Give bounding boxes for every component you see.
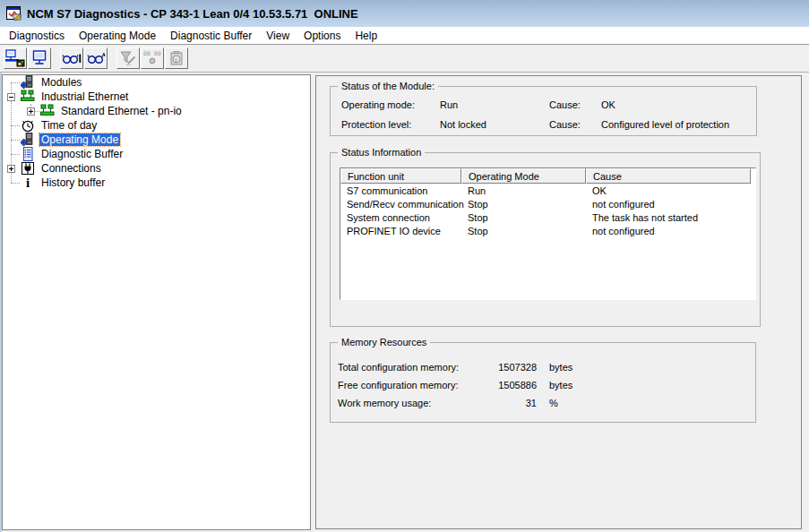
tree-item-time-of-day[interactable]: Time of day: [21, 118, 99, 133]
memory-resources-group: Memory Resources Total configuration mem…: [330, 342, 756, 423]
expand-icon[interactable]: [7, 165, 15, 173]
cell-operating-mode: Stop: [461, 212, 586, 223]
toolbar: 00 00 i: [0, 44, 809, 73]
cause-value: Configured level of protection: [601, 119, 756, 130]
menu-bar: Diagnostics Operating Mode Diagnostic Bu…: [0, 27, 809, 44]
column-header-function-unit[interactable]: Function unit: [340, 168, 461, 184]
column-header-operating-mode[interactable]: Operating Mode: [461, 168, 586, 184]
info-icon: i: [21, 176, 35, 190]
table-row[interactable]: PROFINET IO device Stop not configured: [340, 224, 755, 237]
work-memory-usage-value: 31: [490, 394, 537, 412]
glasses-update-icon: [86, 49, 106, 67]
pause-view-button[interactable]: [60, 47, 83, 69]
total-config-memory-value: 1507328: [490, 358, 537, 376]
main-area: Modules Industrial Ethernet Standard E: [0, 73, 809, 532]
status-of-module-group: Status of the Module: Operating mode: Ru…: [330, 86, 757, 136]
tree-connector: [11, 125, 20, 126]
status-information-group: Status Information Function unit Operati…: [330, 152, 761, 327]
plug-icon: [21, 161, 35, 176]
tree-item-label[interactable]: Diagnostic Buffer: [39, 148, 125, 160]
collapse-icon[interactable]: [7, 93, 15, 101]
glasses-pause-icon: [62, 49, 82, 67]
diagnostics-tree: Modules Industrial Ethernet Standard E: [2, 74, 311, 530]
cell-cause: The task has not started: [586, 212, 751, 223]
tree-item-label[interactable]: Standard Ethernet - pn-io: [59, 105, 184, 117]
open-station-button[interactable]: [28, 47, 51, 69]
cell-cause: OK: [586, 185, 751, 196]
update-view-button[interactable]: [84, 47, 108, 69]
svg-text:i: i: [176, 56, 177, 63]
app-icon: [6, 6, 22, 21]
tree-item-modules[interactable]: Modules: [21, 75, 83, 90]
module-time-icon: i: [167, 49, 186, 67]
protection-level-label: Protection level:: [341, 119, 440, 130]
menu-view[interactable]: View: [259, 28, 297, 44]
tree-connector: [11, 140, 20, 141]
free-config-memory-value: 1505886: [490, 376, 537, 394]
group-title: Memory Resources: [338, 337, 430, 348]
group-title: Status of the Module:: [338, 81, 438, 91]
table-row[interactable]: S7 communication Run OK: [340, 184, 755, 197]
menu-operating-mode[interactable]: Operating Mode: [72, 28, 163, 44]
operating-mode-label: Operating mode:: [341, 99, 440, 110]
tree-item-label[interactable]: Time of day: [39, 119, 99, 132]
protection-level-value: Not locked: [440, 119, 549, 130]
tree-item-label-selected[interactable]: Operating Mode: [39, 133, 120, 146]
cell-function-unit: System connection: [340, 212, 461, 223]
filter-edit-icon: [118, 49, 138, 67]
cell-operating-mode: Run: [461, 185, 586, 196]
tree-item-connections[interactable]: Connections: [21, 161, 103, 176]
operating-mode-value: Run: [440, 99, 549, 110]
cell-operating-mode: Stop: [461, 226, 586, 236]
column-header-cause[interactable]: Cause: [586, 168, 751, 184]
tree-connector: [11, 183, 20, 184]
tree-item-diagnostic-buffer[interactable]: Diagnostic Buffer: [21, 147, 125, 161]
total-config-memory-unit: bytes: [549, 358, 755, 376]
cell-function-unit: Send/Recv communication: [340, 199, 461, 210]
buffer-list-icon: [21, 147, 35, 161]
clock-icon: [21, 118, 35, 133]
cell-cause: not configured: [586, 226, 751, 236]
group-title: Status Information: [338, 147, 425, 158]
window-title: NCM S7 Diagnostics - CP 343-1 Lean 0/4 1…: [27, 7, 358, 21]
title-bar: NCM S7 Diagnostics - CP 343-1 Lean 0/4 1…: [0, 0, 809, 27]
work-memory-usage-label: Work memory usage:: [338, 394, 490, 412]
cause-value: OK: [601, 99, 756, 110]
table-header: Function unit Operating Mode Cause: [340, 168, 755, 184]
cell-function-unit: PROFINET IO device: [340, 226, 461, 236]
module-icon: [21, 75, 35, 90]
tree-item-label[interactable]: Connections: [39, 162, 103, 175]
tree-connector: [11, 154, 20, 155]
svg-text:00 00: 00 00: [143, 50, 161, 57]
module-status-button[interactable]: 00 00: [141, 47, 164, 69]
filter-button[interactable]: [116, 47, 140, 69]
tree-item-history-buffer[interactable]: i History buffer: [21, 176, 107, 190]
expand-icon[interactable]: [27, 107, 35, 116]
network-station-icon: [5, 49, 25, 67]
tree-item-label[interactable]: Industrial Ethernet: [39, 90, 130, 103]
menu-help[interactable]: Help: [348, 28, 384, 44]
monitor-icon: [30, 49, 49, 67]
ethernet-network-icon: [40, 104, 55, 118]
table-row[interactable]: System connection Stop The task has not …: [340, 210, 755, 224]
module-time-button[interactable]: i: [165, 47, 188, 69]
free-config-memory-label: Free configuration memory:: [338, 376, 490, 394]
menu-options[interactable]: Options: [297, 28, 348, 44]
work-memory-usage-unit: %: [549, 394, 755, 412]
cell-function-unit: S7 communication: [340, 185, 461, 196]
cause-label: Cause:: [549, 119, 601, 130]
status-information-table[interactable]: Function unit Operating Mode Cause S7 co…: [340, 167, 756, 300]
details-panel: Status of the Module: Operating mode: Ru…: [315, 75, 802, 529]
free-config-memory-unit: bytes: [549, 376, 755, 394]
ethernet-network-icon: [21, 90, 35, 104]
cause-label: Cause:: [549, 99, 601, 110]
table-row[interactable]: Send/Recv communication Stop not configu…: [340, 197, 755, 210]
menu-diagnostic-buffer[interactable]: Diagnostic Buffer: [163, 28, 259, 44]
menu-diagnostics[interactable]: Diagnostics: [2, 28, 72, 44]
tree-item-operating-mode[interactable]: Operating Mode: [21, 133, 120, 147]
connect-station-button[interactable]: [4, 47, 27, 69]
tree-item-label[interactable]: Modules: [39, 76, 83, 89]
tree-item-industrial-ethernet[interactable]: Industrial Ethernet: [21, 90, 130, 104]
tree-item-label[interactable]: History buffer: [39, 176, 107, 189]
tree-item-standard-ethernet[interactable]: Standard Ethernet - pn-io: [40, 104, 184, 118]
